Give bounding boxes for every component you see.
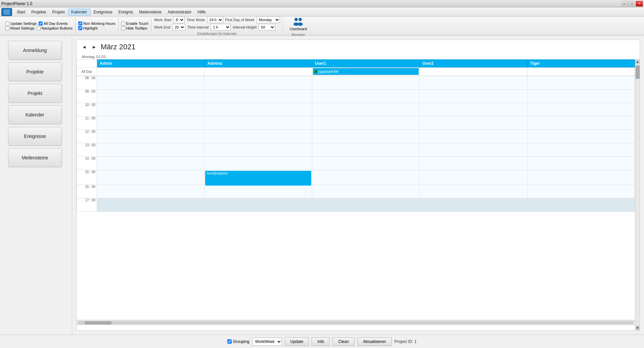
- reset-settings-label[interactable]: Reset Settings: [5, 26, 35, 30]
- cal-cell[interactable]: [527, 103, 635, 116]
- cal-cell[interactable]: [527, 116, 635, 130]
- hide-tooltips-label[interactable]: Hide Tooltips: [121, 26, 147, 30]
- cal-cell[interactable]: [97, 76, 204, 90]
- cal-cell[interactable]: [420, 185, 527, 198]
- time-mode-select[interactable]: 24 h12 h: [207, 16, 223, 23]
- highlight-label[interactable]: Highlight: [78, 26, 98, 30]
- cal-cell[interactable]: [312, 130, 419, 143]
- menu-projekte[interactable]: Projekte: [29, 9, 49, 15]
- cal-cell[interactable]: [204, 185, 312, 198]
- work-end-select[interactable]: 201822: [172, 24, 185, 31]
- update-settings-checkbox[interactable]: [5, 21, 9, 26]
- vscroll-up-button[interactable]: ▲: [636, 59, 640, 64]
- vscroll-bar[interactable]: ▲ ▼: [635, 59, 640, 330]
- cal-cell[interactable]: [312, 157, 419, 170]
- cal-cell[interactable]: [420, 76, 527, 90]
- interval-height-select[interactable]: 503060: [259, 24, 275, 31]
- cal-cell[interactable]: [204, 143, 312, 157]
- reset-settings-checkbox[interactable]: [5, 26, 9, 30]
- menu-start[interactable]: Start: [14, 9, 28, 15]
- info-button[interactable]: Info: [312, 337, 330, 346]
- cal-cell[interactable]: [527, 157, 635, 170]
- allday-event-user1[interactable]: jajjaj#pjkKÄM: [313, 68, 419, 75]
- aktualisieren-button[interactable]: Aktualisieren: [357, 337, 392, 346]
- cal-cell[interactable]: [204, 103, 312, 116]
- calendar-grid-scroll[interactable]: 08 : 0009 : 0010 : 0011 : 0012 : 0013 : …: [77, 76, 635, 320]
- cal-cell[interactable]: [420, 116, 527, 130]
- cal-cell[interactable]: [97, 130, 204, 143]
- cal-cell[interactable]: [204, 198, 312, 212]
- cal-cell[interactable]: [420, 170, 527, 185]
- grouping-checkbox[interactable]: [227, 339, 232, 344]
- cal-cell[interactable]: [312, 76, 419, 90]
- cal-cell[interactable]: [97, 170, 204, 185]
- work-start-select[interactable]: 879: [174, 16, 185, 23]
- cal-cell[interactable]: [420, 198, 527, 212]
- highlight-checkbox[interactable]: [78, 26, 82, 30]
- cal-cell[interactable]: [204, 157, 312, 170]
- userboard-button[interactable]: Userboard: [286, 15, 311, 32]
- cal-cell[interactable]: [527, 90, 635, 103]
- clean-button[interactable]: Clean: [332, 337, 354, 346]
- cal-cell[interactable]: [420, 143, 527, 157]
- menu-administrator[interactable]: Administrator: [165, 9, 194, 15]
- cal-cell[interactable]: [97, 185, 204, 198]
- cal-cell[interactable]: [527, 185, 635, 198]
- time-interval-select[interactable]: 1 h30 min15 min: [211, 24, 231, 31]
- grouping-label[interactable]: Grouping: [227, 339, 249, 344]
- cal-cell[interactable]: [204, 90, 312, 103]
- cal-cell[interactable]: [97, 116, 204, 130]
- nav-prev-button[interactable]: ◄: [81, 44, 88, 50]
- cal-cell[interactable]: [204, 130, 312, 143]
- nav-next-button[interactable]: ►: [91, 44, 98, 50]
- cal-cell[interactable]: [204, 76, 312, 90]
- sidebar-btn-projekte[interactable]: Projekte: [8, 62, 62, 81]
- cal-cell[interactable]: [312, 103, 419, 116]
- cal-cell[interactable]: [204, 116, 312, 130]
- sidebar-btn-ereignisse[interactable]: Ereignisse: [8, 127, 62, 146]
- cal-cell[interactable]: [97, 198, 204, 212]
- sidebar-btn-meilensteine[interactable]: Meilensteine: [8, 148, 62, 167]
- enable-touch-checkbox[interactable]: [121, 21, 125, 26]
- view-select[interactable]: WorkWeek Day Week Month: [252, 338, 282, 346]
- cal-cell[interactable]: [527, 198, 635, 212]
- minimize-button[interactable]: —: [621, 1, 628, 6]
- maximize-button[interactable]: □: [629, 1, 635, 6]
- all-day-events-checkbox[interactable]: [39, 21, 43, 26]
- cal-cell[interactable]: [527, 170, 635, 185]
- cal-cell[interactable]: [312, 116, 419, 130]
- cal-cell[interactable]: [312, 90, 419, 103]
- cal-cell[interactable]: [420, 157, 527, 170]
- cal-cell[interactable]: [97, 103, 204, 116]
- cal-cell[interactable]: [312, 198, 419, 212]
- update-button[interactable]: Update: [285, 337, 309, 346]
- non-working-hours-label[interactable]: Non Working Hours: [78, 21, 116, 26]
- sidebar-btn-projekt[interactable]: Projekt: [8, 84, 62, 103]
- cal-cell[interactable]: [420, 103, 527, 116]
- vscroll-down-button[interactable]: ▼: [636, 326, 640, 330]
- navigation-buttons-label[interactable]: Navigation Buttons: [37, 26, 73, 30]
- cal-cell[interactable]: [97, 157, 204, 170]
- all-day-events-label[interactable]: All Day Events: [39, 21, 68, 26]
- cal-cell[interactable]: [527, 130, 635, 143]
- first-day-select[interactable]: MondaySunday: [257, 16, 280, 23]
- menu-hilfe[interactable]: Hilfe: [195, 9, 208, 15]
- enable-touch-label[interactable]: Enable Touch: [121, 21, 148, 26]
- hscroll-bar[interactable]: [77, 320, 635, 325]
- hide-tooltips-checkbox[interactable]: [121, 26, 125, 30]
- menu-ereignisse[interactable]: Ereignisse: [91, 9, 115, 15]
- cal-cell[interactable]: huohljhapijnko: [204, 170, 312, 185]
- cal-cell[interactable]: [420, 130, 527, 143]
- menu-meilensteine[interactable]: Meilensteine: [136, 9, 164, 15]
- sidebar-btn-kalender[interactable]: Kalender: [8, 105, 62, 124]
- close-button[interactable]: ✕: [636, 1, 643, 6]
- cal-cell[interactable]: [312, 185, 419, 198]
- cal-cell[interactable]: [527, 143, 635, 157]
- menu-ereignis[interactable]: Ereignis: [116, 9, 136, 15]
- update-settings-label[interactable]: Update Settings: [5, 21, 37, 26]
- cal-cell[interactable]: [420, 90, 527, 103]
- event-block-admina[interactable]: huohljhapijnko: [205, 171, 311, 186]
- vscroll-thumb[interactable]: [636, 65, 640, 79]
- non-working-hours-checkbox[interactable]: [78, 21, 82, 26]
- menu-projekt[interactable]: Projekt: [49, 9, 67, 15]
